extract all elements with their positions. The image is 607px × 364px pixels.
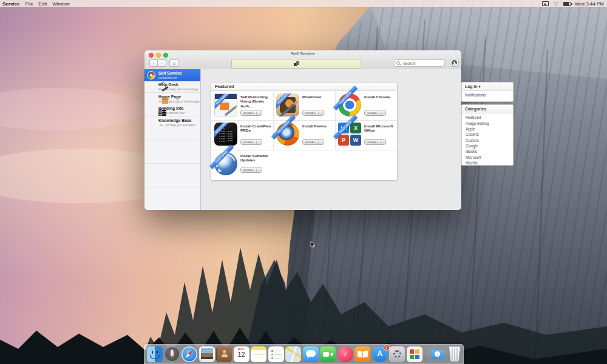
account-button[interactable] bbox=[450, 59, 459, 67]
office-icon: X P W FEATURED bbox=[338, 123, 361, 146]
tile-name: Install Chrome bbox=[364, 95, 396, 99]
install-button[interactable]: INSTALL› bbox=[302, 139, 324, 145]
ibooks-icon[interactable] bbox=[354, 346, 370, 362]
calendar-day: 12 bbox=[234, 351, 249, 358]
nav-buttons: ‹ › bbox=[149, 59, 166, 67]
system-preferences-icon[interactable] bbox=[389, 346, 405, 362]
search-field[interactable] bbox=[394, 59, 445, 67]
branding-banner bbox=[231, 59, 361, 69]
display-mirroring-icon[interactable] bbox=[542, 1, 549, 6]
finder-icon[interactable] bbox=[147, 346, 163, 362]
tile-office[interactable]: X P W FEATURED Install Microsoft Office … bbox=[335, 120, 397, 149]
category-custom[interactable]: Custom bbox=[462, 138, 513, 143]
battery-icon[interactable] bbox=[563, 2, 571, 6]
tile-crashplan[interactable]: FEATURED Install CrashPlan PROe INSTALL› bbox=[211, 120, 273, 149]
contacts-icon[interactable] bbox=[216, 346, 232, 362]
menu-bar-clock[interactable]: Wed 3:44 PM bbox=[575, 1, 604, 7]
sidebar-item-home-page[interactable]: Home Page Your organization home page bbox=[144, 93, 200, 105]
category-microsoft[interactable]: Microsoft bbox=[462, 155, 513, 160]
categories-list: Featured Image Editing Apple Code42 Cust… bbox=[462, 113, 513, 166]
self-service-dock-icon[interactable] bbox=[407, 346, 422, 362]
install-button[interactable]: INSTALL› bbox=[240, 167, 262, 173]
tile-pixelmator[interactable]: FEATURED Pixelmator INSTALL› bbox=[273, 91, 335, 120]
featured-panel: Featured FEATURED Self Publishing Using … bbox=[211, 82, 398, 181]
tile-chrome[interactable]: FEATURED Install Chrome INSTALL› bbox=[335, 91, 397, 120]
forward-button[interactable]: › bbox=[158, 59, 166, 67]
tile-firefox[interactable]: FEATURED Install Firefox INSTALL› bbox=[273, 120, 335, 149]
sidebar-item-help-desk[interactable]: Help Desk We can help with technology bbox=[144, 81, 200, 93]
featured-header: Featured bbox=[211, 83, 397, 91]
main-content: Featured FEATURED Self Publishing Using … bbox=[201, 69, 461, 210]
category-image-editing[interactable]: Image Editing bbox=[462, 120, 513, 126]
install-button[interactable]: INSTALL› bbox=[240, 139, 262, 145]
app-store-letter: A bbox=[377, 349, 382, 358]
menu-file[interactable]: File bbox=[25, 1, 33, 7]
reminders-icon[interactable] bbox=[268, 346, 284, 362]
safari-icon[interactable] bbox=[181, 346, 197, 362]
notifications-link[interactable]: Notifications bbox=[462, 91, 513, 97]
crashplan-icon: FEATURED bbox=[214, 123, 237, 146]
category-code42[interactable]: Code42 bbox=[462, 132, 513, 137]
menu-window[interactable]: Window bbox=[52, 1, 69, 7]
gear-icon bbox=[393, 350, 401, 358]
tile-name: Pixelmator bbox=[302, 95, 334, 99]
launchpad-icon[interactable] bbox=[164, 346, 180, 362]
chevron-icon: › bbox=[380, 141, 384, 144]
app-menu[interactable]: Service bbox=[2, 1, 19, 7]
jamf-logo-icon bbox=[294, 61, 299, 66]
user-icon bbox=[452, 60, 457, 66]
sidebar-item-building-info[interactable]: Building Info Where should I be? bbox=[144, 105, 200, 117]
sidebar: Self Service jss.bereis.me Help Desk We … bbox=[144, 69, 201, 210]
categories-header: Categories bbox=[462, 105, 513, 113]
search-icon bbox=[396, 61, 400, 65]
photos-icon[interactable] bbox=[199, 346, 215, 362]
tile-software-updates[interactable]: FEATURED Install Software Updates INSTAL… bbox=[211, 150, 397, 179]
wifi-icon[interactable] bbox=[553, 1, 559, 6]
install-button[interactable]: INSTALL› bbox=[240, 110, 262, 116]
sidebar-item-subtitle: jss.bereis.me bbox=[158, 76, 199, 80]
category-apple[interactable]: Apple bbox=[462, 126, 513, 132]
downloads-folder-icon[interactable]: ↓ bbox=[430, 346, 446, 362]
firefox-icon: FEATURED bbox=[276, 123, 299, 146]
maps-icon[interactable] bbox=[285, 346, 301, 362]
category-ibooks[interactable]: iBooks bbox=[462, 149, 513, 154]
categories-panel: Categories Featured Image Editing Apple … bbox=[461, 104, 514, 166]
back-button[interactable]: ‹ bbox=[149, 59, 158, 67]
trash-icon[interactable] bbox=[447, 346, 463, 362]
login-button[interactable]: Log In ▾ bbox=[462, 83, 513, 91]
tile-name: Self Publishing Using iBooks Auth... bbox=[240, 95, 272, 108]
sidebar-item-title: Self Service bbox=[158, 71, 199, 76]
sidebar-item-title: Help Desk bbox=[158, 83, 199, 87]
menu-edit[interactable]: Edit bbox=[38, 1, 47, 7]
notification-badge: 1 bbox=[384, 345, 390, 351]
login-panel: Log In ▾ Notifications bbox=[461, 82, 514, 102]
facetime-icon[interactable] bbox=[320, 346, 336, 362]
tile-name: Install Firefox bbox=[302, 124, 334, 128]
ibooks-author-icon: FEATURED bbox=[214, 93, 237, 116]
app-store-icon[interactable]: A1 bbox=[372, 346, 388, 362]
messages-icon[interactable] bbox=[303, 346, 319, 362]
dock: NOV 12 ♪ A1 ↓ bbox=[144, 344, 464, 364]
search-input[interactable] bbox=[402, 61, 441, 66]
itunes-icon[interactable]: ♪ bbox=[337, 346, 353, 362]
category-mozilla[interactable]: Mozilla bbox=[462, 160, 513, 166]
home-button[interactable]: ⌂ bbox=[169, 59, 179, 67]
software-update-icon: FEATURED bbox=[214, 152, 237, 175]
install-button[interactable]: INSTALL› bbox=[364, 110, 386, 116]
self-service-window: Self Service ‹ › ⌂ Self Service jss.be bbox=[144, 50, 461, 210]
tile-ibooks-author[interactable]: FEATURED Self Publishing Using iBooks Au… bbox=[211, 91, 273, 120]
sidebar-item-knowledge-base[interactable]: Knowledge Base Docs to help you succeed! bbox=[144, 116, 200, 129]
calendar-icon[interactable]: NOV 12 bbox=[234, 346, 249, 362]
tile-name: Install Microsoft Office bbox=[364, 124, 396, 133]
menu-bar: Service File Edit Window Wed 3:44 PM bbox=[0, 0, 607, 7]
install-button[interactable]: INSTALL› bbox=[364, 139, 386, 145]
category-google[interactable]: Google bbox=[462, 143, 513, 149]
notes-icon[interactable] bbox=[251, 346, 266, 362]
chrome-icon: FEATURED bbox=[338, 93, 361, 116]
install-button[interactable]: INSTALL› bbox=[302, 110, 324, 116]
dock-separator bbox=[426, 346, 426, 362]
self-service-icon bbox=[147, 71, 155, 79]
powerpoint-icon: P bbox=[338, 135, 349, 146]
category-featured[interactable]: Featured bbox=[462, 115, 513, 120]
sidebar-item-self-service[interactable]: Self Service jss.bereis.me bbox=[144, 69, 200, 81]
